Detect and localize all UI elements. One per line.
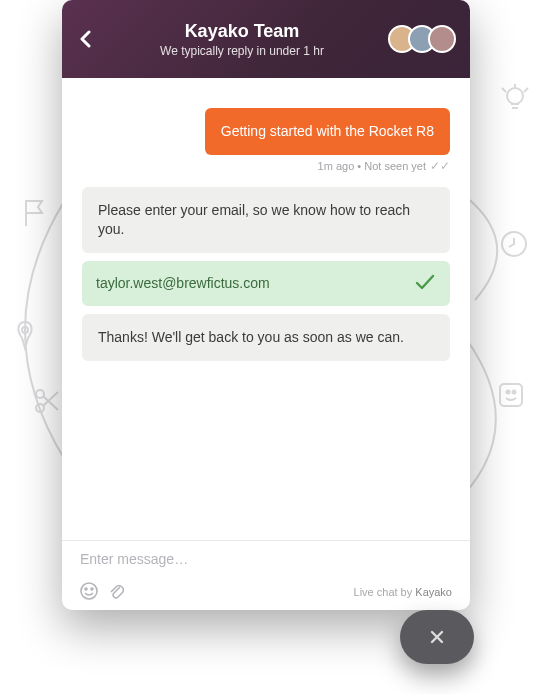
emoji-icon [80,582,98,600]
svg-point-10 [91,588,93,590]
avatar [428,25,456,53]
pin-icon [12,320,38,352]
delivery-checks-icon: ✓✓ [430,159,450,173]
message-timestamp: 1m ago • Not seen yet [318,160,426,172]
svg-point-0 [507,88,523,104]
system-message: Please enter your email, so we know how … [82,187,450,253]
svg-point-7 [513,391,516,394]
svg-point-8 [81,583,97,599]
chevron-left-icon [79,30,93,48]
scissors-icon [34,388,60,414]
message-input[interactable] [80,551,452,567]
email-value: taylor.west@brewfictus.com [96,275,270,291]
chat-body: Getting started with the Rocket R8 1m ag… [62,78,470,540]
flag-icon [18,196,50,230]
smiley-icon [496,380,526,410]
message-meta: 1m ago • Not seen yet ✓✓ [82,159,450,173]
agent-avatars [388,25,456,53]
svg-point-6 [507,391,510,394]
lightbulb-icon [498,82,532,116]
system-message: Thanks! We'll get back to you as soon as… [82,314,450,361]
chat-header: Kayako Team We typically reply in under … [62,0,470,78]
svg-point-9 [85,588,87,590]
close-chat-button[interactable] [400,610,474,664]
emoji-button[interactable] [80,582,98,602]
clock-icon [500,230,528,258]
powered-by: Live chat by Kayako [354,586,452,598]
team-name: Kayako Team [96,21,388,42]
email-confirmation: taylor.west@brewfictus.com [82,261,450,306]
close-icon [429,629,445,645]
back-button[interactable] [76,29,96,49]
user-message: Getting started with the Rocket R8 [205,108,450,155]
svg-point-1 [22,327,28,333]
chat-footer: Live chat by Kayako [62,540,470,610]
paperclip-icon [108,582,124,600]
reply-time-subtitle: We typically reply in under 1 hr [96,44,388,58]
chat-widget: Kayako Team We typically reply in under … [62,0,470,610]
checkmark-icon [414,273,436,294]
brand-name: Kayako [415,586,452,598]
svg-rect-5 [500,384,522,406]
attachment-button[interactable] [108,582,124,602]
